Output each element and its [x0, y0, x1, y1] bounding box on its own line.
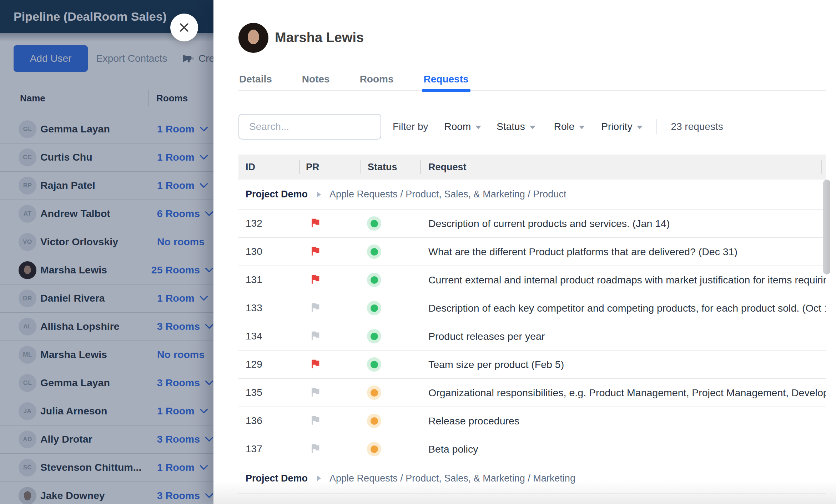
request-row[interactable]: 130What are the different Product platfo…: [238, 238, 826, 266]
filter-dropdown-status[interactable]: Status: [497, 121, 535, 132]
user-rooms-link[interactable]: 3 Rooms: [157, 377, 213, 389]
tab-notes[interactable]: Notes: [301, 69, 331, 90]
flag-icon[interactable]: [309, 217, 321, 229]
user-row[interactable]: Jake Downey3 Rooms: [0, 482, 213, 504]
user-name: Marsha Lewis: [40, 264, 151, 276]
breadcrumb-path[interactable]: Apple Requests / Product, Sales, & Marke…: [329, 189, 566, 200]
request-row[interactable]: 137Beta policy: [238, 435, 826, 463]
request-row[interactable]: 136Release procedures: [238, 407, 826, 435]
user-rooms-link[interactable]: No rooms: [157, 349, 205, 361]
flag-icon[interactable]: [309, 442, 321, 454]
contact-detail-panel: Marsha Lewis DetailsNotesRoomsRequests F…: [213, 0, 836, 504]
user-row[interactable]: RPRajan Patel1 Room: [0, 172, 213, 200]
user-row[interactable]: GLGemma Layan1 Room: [0, 115, 213, 143]
user-name: Daniel Rivera: [40, 292, 157, 304]
user-row[interactable]: GLGemma Layan3 Rooms: [0, 369, 213, 397]
rooms-count: 1 Room: [157, 462, 195, 473]
avatar-initials: DR: [23, 295, 32, 302]
dropdown-caret-icon: [637, 126, 643, 129]
request-row[interactable]: 135Organizational responsibilities, e.g.…: [238, 379, 826, 407]
status-dot-icon: [367, 357, 381, 372]
tab-requests[interactable]: Requests: [423, 69, 469, 90]
filter-dropdown-priority[interactable]: Priority: [601, 121, 643, 132]
user-rooms-link[interactable]: 1 Room: [157, 180, 208, 191]
request-id: 132: [246, 218, 306, 229]
chevron-down-icon: [200, 296, 208, 301]
sidebar-toolbar: Add User Export Contacts Crea: [0, 33, 213, 87]
search-input[interactable]: [238, 114, 381, 140]
avatar: AL: [19, 318, 36, 336]
user-row[interactable]: SCStevenson Chittum...1 Room: [0, 454, 213, 482]
request-row[interactable]: 134Product releases per year: [238, 322, 826, 351]
status-dot-icon: [367, 414, 381, 428]
avatar-initials: ML: [23, 351, 32, 358]
filter-dropdowns: RoomStatusRolePriority: [428, 121, 643, 132]
user-row[interactable]: DRDaniel Rivera1 Room: [0, 284, 213, 313]
user-rooms-link[interactable]: 1 Room: [157, 123, 208, 135]
user-rooms-link[interactable]: 3 Rooms: [157, 433, 213, 445]
flag-icon[interactable]: [309, 386, 321, 398]
filter-label: Status: [497, 121, 525, 132]
filter-dropdown-role[interactable]: Role: [554, 121, 585, 132]
avatar: [19, 261, 36, 279]
col-id: ID: [246, 162, 306, 173]
user-row[interactable]: ALAllisha Lopshire3 Rooms: [0, 313, 213, 341]
flag-icon[interactable]: [309, 301, 321, 313]
avatar: ML: [19, 346, 36, 364]
user-rooms-link[interactable]: 25 Rooms: [151, 264, 213, 276]
user-row[interactable]: VOVictor OrlovskiyNo rooms: [0, 228, 213, 256]
user-rooms-link[interactable]: 1 Room: [157, 151, 208, 163]
avatar-initials: SC: [23, 464, 32, 471]
profile-avatar: [238, 23, 268, 53]
user-rooms-link[interactable]: 6 Rooms: [157, 208, 213, 220]
project-name-link[interactable]: Project Demo: [246, 473, 308, 484]
user-row[interactable]: Marsha Lewis25 Rooms: [0, 256, 213, 284]
flag-icon[interactable]: [309, 414, 321, 426]
avatar-initials: AL: [23, 323, 32, 330]
user-name: Marsha Lewis: [40, 349, 157, 361]
user-rooms-link[interactable]: 3 Rooms: [157, 490, 213, 502]
project-name-link[interactable]: Project Demo: [246, 189, 308, 200]
chevron-down-icon: [205, 493, 213, 498]
flag-icon[interactable]: [309, 273, 321, 285]
user-rooms-link[interactable]: 1 Room: [157, 462, 208, 473]
dropdown-caret-icon: [579, 126, 585, 129]
flag-icon[interactable]: [309, 358, 321, 370]
requests-count: 23 requests: [671, 121, 723, 132]
request-row[interactable]: 129Team size per product (Feb 5): [238, 351, 826, 379]
user-name: Allisha Lopshire: [40, 321, 157, 332]
request-text: Description of current products and serv…: [428, 218, 826, 230]
user-row[interactable]: ATAndrew Talbot6 Rooms: [0, 200, 213, 228]
user-rooms-link[interactable]: 3 Rooms: [157, 321, 213, 332]
user-rooms-link[interactable]: No rooms: [157, 236, 205, 248]
request-id: 129: [246, 359, 306, 370]
request-row[interactable]: 132Description of current products and s…: [238, 210, 826, 238]
user-row[interactable]: CCCurtis Chu1 Room: [0, 143, 213, 172]
user-rooms-link[interactable]: 1 Room: [157, 292, 208, 304]
request-text: Current external and internal product ro…: [428, 274, 826, 286]
create-button[interactable]: Crea: [182, 45, 213, 72]
col-status: Status: [368, 162, 420, 173]
filter-row: Filter by RoomStatusRolePriority 23 requ…: [393, 114, 723, 140]
table-scrollbar-thumb[interactable]: [823, 180, 830, 274]
tab-rooms[interactable]: Rooms: [359, 69, 394, 90]
flag-icon[interactable]: [309, 245, 321, 257]
rooms-count: 6 Rooms: [157, 208, 200, 220]
request-row[interactable]: 131Current external and internal product…: [238, 266, 826, 294]
user-row[interactable]: MLMarsha LewisNo rooms: [0, 341, 213, 369]
add-user-button[interactable]: Add User: [14, 45, 88, 72]
user-row[interactable]: ADAlly Drotar3 Rooms: [0, 425, 213, 454]
user-row[interactable]: JAJulia Arneson1 Room: [0, 397, 213, 425]
request-id: 135: [246, 387, 306, 398]
request-row[interactable]: 133Description of each key competitor an…: [238, 294, 826, 322]
rooms-count: No rooms: [157, 349, 205, 361]
tab-details[interactable]: Details: [238, 69, 273, 90]
breadcrumb-path[interactable]: Apple Requests / Product, Sales, & Marke…: [329, 473, 575, 484]
avatar: SC: [19, 459, 36, 477]
export-contacts-button[interactable]: Export Contacts: [96, 45, 167, 72]
close-button[interactable]: [170, 14, 198, 41]
avatar: JA: [19, 402, 36, 420]
user-rooms-link[interactable]: 1 Room: [157, 405, 208, 417]
flag-icon[interactable]: [309, 329, 321, 342]
filter-dropdown-room[interactable]: Room: [444, 121, 482, 132]
